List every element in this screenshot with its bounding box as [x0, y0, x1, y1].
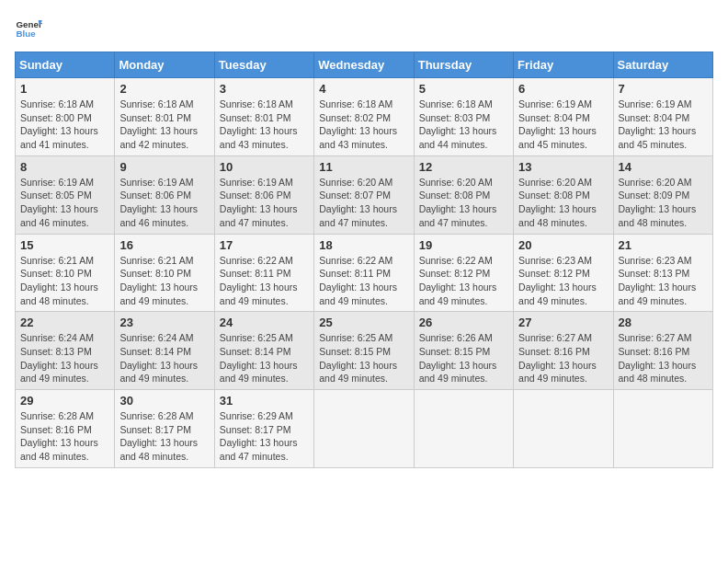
day-detail: Sunrise: 6:20 AMSunset: 8:07 PMDaylight:…	[319, 177, 397, 228]
day-detail: Sunrise: 6:19 AMSunset: 8:06 PMDaylight:…	[119, 177, 198, 228]
calendar-cell: 2 Sunrise: 6:18 AMSunset: 8:01 PMDayligh…	[115, 78, 214, 156]
day-number: 27	[518, 316, 608, 329]
day-number: 3	[220, 82, 309, 96]
calendar-week-row: 1 Sunrise: 6:18 AMSunset: 8:00 PMDayligh…	[16, 78, 713, 156]
day-number: 11	[319, 160, 408, 174]
calendar-cell: 8 Sunrise: 6:19 AMSunset: 8:05 PMDayligh…	[16, 155, 115, 234]
day-detail: Sunrise: 6:22 AMSunset: 8:12 PMDaylight:…	[419, 255, 497, 306]
calendar-cell: 13 Sunrise: 6:20 AMSunset: 8:08 PMDaylig…	[514, 155, 613, 234]
calendar-cell: 14 Sunrise: 6:20 AMSunset: 8:09 PMDaylig…	[613, 155, 712, 234]
day-number: 28	[619, 316, 708, 329]
day-number: 26	[419, 316, 508, 329]
day-detail: Sunrise: 6:28 AMSunset: 8:16 PMDaylight:…	[20, 410, 98, 462]
logo-icon: General Blue	[15, 15, 42, 42]
calendar-cell: 21 Sunrise: 6:23 AMSunset: 8:13 PMDaylig…	[613, 234, 712, 312]
day-number: 25	[319, 316, 408, 329]
day-number: 20	[518, 238, 608, 252]
day-number: 5	[419, 82, 508, 96]
day-number: 24	[220, 316, 309, 329]
header-cell-monday: Monday	[115, 52, 214, 78]
day-number: 21	[619, 238, 708, 252]
calendar-cell: 17 Sunrise: 6:22 AMSunset: 8:11 PMDaylig…	[214, 234, 313, 312]
svg-text:Blue: Blue	[17, 29, 37, 39]
day-detail: Sunrise: 6:22 AMSunset: 8:11 PMDaylight:…	[220, 255, 298, 306]
calendar-cell: 24 Sunrise: 6:25 AMSunset: 8:14 PMDaylig…	[214, 312, 313, 390]
day-number: 31	[220, 394, 309, 408]
day-detail: Sunrise: 6:27 AMSunset: 8:16 PMDaylight:…	[619, 332, 697, 384]
calendar-cell: 16 Sunrise: 6:21 AMSunset: 8:10 PMDaylig…	[115, 234, 214, 312]
day-number: 30	[119, 394, 209, 408]
day-detail: Sunrise: 6:29 AMSunset: 8:17 PMDaylight:…	[220, 410, 298, 462]
day-detail: Sunrise: 6:25 AMSunset: 8:15 PMDaylight:…	[319, 332, 397, 384]
calendar-cell: 29 Sunrise: 6:28 AMSunset: 8:16 PMDaylig…	[16, 390, 115, 468]
day-detail: Sunrise: 6:18 AMSunset: 8:01 PMDaylight:…	[220, 98, 298, 150]
calendar-cell: 15 Sunrise: 6:21 AMSunset: 8:10 PMDaylig…	[16, 234, 115, 312]
calendar-week-row: 15 Sunrise: 6:21 AMSunset: 8:10 PMDaylig…	[16, 234, 713, 312]
day-detail: Sunrise: 6:24 AMSunset: 8:13 PMDaylight:…	[20, 332, 98, 384]
day-detail: Sunrise: 6:19 AMSunset: 8:06 PMDaylight:…	[220, 177, 298, 228]
day-detail: Sunrise: 6:22 AMSunset: 8:11 PMDaylight:…	[319, 255, 397, 306]
calendar-cell: 9 Sunrise: 6:19 AMSunset: 8:06 PMDayligh…	[115, 155, 214, 234]
day-number: 10	[220, 160, 309, 174]
calendar-cell	[613, 390, 712, 468]
day-number: 13	[518, 160, 608, 174]
header-cell-tuesday: Tuesday	[214, 52, 313, 78]
day-detail: Sunrise: 6:20 AMSunset: 8:08 PMDaylight:…	[419, 177, 497, 228]
day-detail: Sunrise: 6:19 AMSunset: 8:04 PMDaylight:…	[518, 98, 597, 150]
calendar-cell: 23 Sunrise: 6:24 AMSunset: 8:14 PMDaylig…	[115, 312, 214, 390]
day-number: 9	[119, 160, 209, 174]
header-cell-wednesday: Wednesday	[314, 52, 414, 78]
day-number: 6	[518, 82, 608, 96]
day-number: 2	[119, 82, 209, 96]
day-detail: Sunrise: 6:27 AMSunset: 8:16 PMDaylight:…	[518, 332, 597, 384]
day-detail: Sunrise: 6:20 AMSunset: 8:09 PMDaylight:…	[619, 177, 697, 228]
day-detail: Sunrise: 6:21 AMSunset: 8:10 PMDaylight:…	[119, 255, 198, 306]
day-number: 22	[20, 316, 109, 329]
calendar-cell: 5 Sunrise: 6:18 AMSunset: 8:03 PMDayligh…	[414, 78, 513, 156]
calendar-cell: 20 Sunrise: 6:23 AMSunset: 8:12 PMDaylig…	[514, 234, 613, 312]
calendar-cell: 11 Sunrise: 6:20 AMSunset: 8:07 PMDaylig…	[314, 155, 414, 234]
calendar-cell: 6 Sunrise: 6:19 AMSunset: 8:04 PMDayligh…	[514, 78, 613, 156]
calendar-cell: 19 Sunrise: 6:22 AMSunset: 8:12 PMDaylig…	[414, 234, 513, 312]
day-detail: Sunrise: 6:18 AMSunset: 8:02 PMDaylight:…	[319, 98, 397, 150]
day-number: 1	[20, 82, 109, 96]
calendar-cell: 18 Sunrise: 6:22 AMSunset: 8:11 PMDaylig…	[314, 234, 414, 312]
header: General Blue	[15, 15, 713, 42]
day-detail: Sunrise: 6:18 AMSunset: 8:03 PMDaylight:…	[419, 98, 497, 150]
day-number: 7	[619, 82, 708, 96]
calendar-cell: 27 Sunrise: 6:27 AMSunset: 8:16 PMDaylig…	[514, 312, 613, 390]
calendar-cell: 12 Sunrise: 6:20 AMSunset: 8:08 PMDaylig…	[414, 155, 513, 234]
day-number: 15	[20, 238, 109, 252]
day-number: 18	[319, 238, 408, 252]
calendar-header-row: SundayMondayTuesdayWednesdayThursdayFrid…	[16, 52, 713, 78]
day-detail: Sunrise: 6:21 AMSunset: 8:10 PMDaylight:…	[20, 255, 98, 306]
header-cell-friday: Friday	[514, 52, 613, 78]
calendar-cell: 1 Sunrise: 6:18 AMSunset: 8:00 PMDayligh…	[16, 78, 115, 156]
header-cell-thursday: Thursday	[414, 52, 513, 78]
day-detail: Sunrise: 6:19 AMSunset: 8:05 PMDaylight:…	[20, 177, 98, 228]
day-detail: Sunrise: 6:28 AMSunset: 8:17 PMDaylight:…	[119, 410, 198, 462]
day-detail: Sunrise: 6:19 AMSunset: 8:04 PMDaylight:…	[619, 98, 697, 150]
calendar-week-row: 29 Sunrise: 6:28 AMSunset: 8:16 PMDaylig…	[16, 390, 713, 468]
calendar-week-row: 22 Sunrise: 6:24 AMSunset: 8:13 PMDaylig…	[16, 312, 713, 390]
day-number: 19	[419, 238, 508, 252]
logo: General Blue	[15, 15, 42, 42]
calendar-cell	[514, 390, 613, 468]
calendar-cell: 28 Sunrise: 6:27 AMSunset: 8:16 PMDaylig…	[613, 312, 712, 390]
day-detail: Sunrise: 6:18 AMSunset: 8:00 PMDaylight:…	[20, 98, 98, 150]
calendar-cell: 7 Sunrise: 6:19 AMSunset: 8:04 PMDayligh…	[613, 78, 712, 156]
calendar-cell	[414, 390, 513, 468]
calendar-cell: 10 Sunrise: 6:19 AMSunset: 8:06 PMDaylig…	[214, 155, 313, 234]
day-number: 4	[319, 82, 408, 96]
calendar-table: SundayMondayTuesdayWednesdayThursdayFrid…	[15, 52, 713, 468]
day-number: 16	[119, 238, 209, 252]
day-number: 12	[419, 160, 508, 174]
day-number: 23	[119, 316, 209, 329]
day-detail: Sunrise: 6:23 AMSunset: 8:13 PMDaylight:…	[619, 255, 697, 306]
calendar-cell: 26 Sunrise: 6:26 AMSunset: 8:15 PMDaylig…	[414, 312, 513, 390]
calendar-cell: 31 Sunrise: 6:29 AMSunset: 8:17 PMDaylig…	[214, 390, 313, 468]
calendar-cell: 4 Sunrise: 6:18 AMSunset: 8:02 PMDayligh…	[314, 78, 414, 156]
day-number: 8	[20, 160, 109, 174]
calendar-cell	[314, 390, 414, 468]
day-detail: Sunrise: 6:18 AMSunset: 8:01 PMDaylight:…	[119, 98, 198, 150]
